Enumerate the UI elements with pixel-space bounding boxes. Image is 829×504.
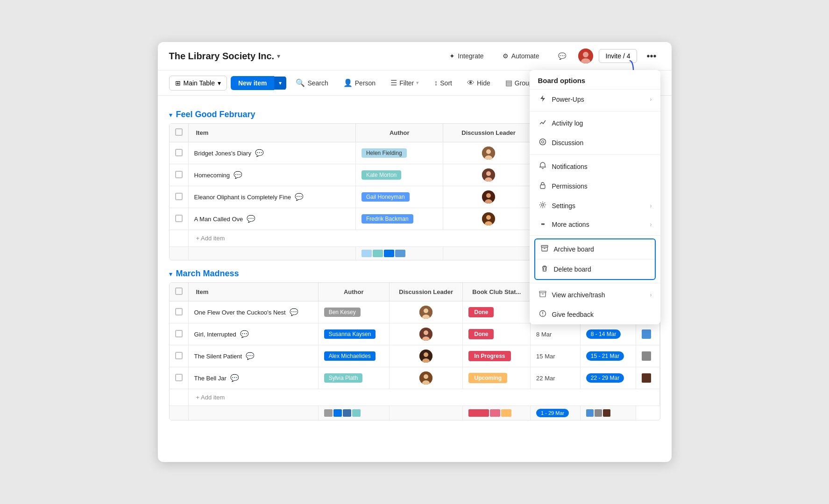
menu-item-power-ups[interactable]: Power-Ups › — [530, 90, 660, 109]
filter-button[interactable]: ☰ Filter ▾ — [385, 75, 425, 91]
mini-image — [595, 409, 602, 417]
menu-item-view-archive[interactable]: View archive/trash › — [530, 285, 660, 305]
author-badge: Sylvia Plath — [324, 373, 363, 383]
group2-chevron-icon[interactable]: ▾ — [169, 270, 172, 278]
menu-item-label: Power-Ups — [552, 96, 584, 103]
table-row: The Bell Jar 💬 Sylvia Plath Upcoming 22 … — [170, 367, 660, 389]
color-bar — [361, 250, 372, 257]
group-by-icon: ▤ — [505, 78, 512, 87]
author-badge: Kate Morton — [361, 170, 401, 180]
mini-image — [603, 409, 610, 417]
menu-item-archive-board[interactable]: Archive board — [535, 239, 655, 259]
filter-icon: ☰ — [390, 78, 397, 87]
chat-button[interactable]: 💬 — [552, 49, 573, 63]
date-range-badge: 8 - 14 Mar — [586, 329, 621, 339]
color-bar — [395, 250, 405, 257]
col-item: Item — [188, 283, 318, 301]
comment-icon[interactable]: 💬 — [247, 215, 255, 223]
row-checkbox[interactable] — [175, 215, 183, 222]
mini-image — [642, 351, 651, 361]
discussion-icon — [538, 138, 547, 147]
menu-highlighted-section: Archive board Delete board — [534, 238, 656, 280]
main-table-button[interactable]: ⊞ Main Table ▾ — [169, 76, 227, 91]
permissions-icon — [538, 182, 547, 191]
item-name: The Bell Jar — [194, 375, 227, 382]
menu-item-notifications[interactable]: Notifications — [530, 157, 660, 176]
title-chevron-icon[interactable]: ▾ — [277, 52, 280, 60]
add-item-row[interactable]: + Add item — [170, 389, 660, 406]
comment-icon[interactable]: 💬 — [230, 374, 239, 382]
row-checkbox[interactable] — [175, 149, 183, 156]
group1-chevron-icon[interactable]: ▾ — [169, 111, 172, 119]
status-badge: Upcoming — [468, 373, 507, 383]
row-checkbox[interactable] — [175, 374, 183, 381]
hide-button[interactable]: 👁 Hide — [461, 76, 496, 91]
power-ups-icon — [538, 95, 547, 104]
status-summary-bars-2 — [468, 409, 524, 417]
item-name: Bridget Jones's Diary — [194, 150, 251, 157]
row-checkbox[interactable] — [175, 193, 183, 200]
discussion-avatar — [419, 306, 432, 319]
discussion-avatar — [419, 350, 432, 363]
author-summary-bars-2 — [324, 409, 383, 417]
arrow-icon: › — [650, 221, 652, 228]
new-item-dropdown-button[interactable]: ▾ — [274, 77, 286, 90]
new-item-main-button[interactable]: New item — [231, 76, 274, 90]
person-button[interactable]: 👤 Person — [338, 75, 381, 91]
more-options-button[interactable]: ••• — [643, 49, 660, 63]
comment-icon[interactable]: 💬 — [255, 149, 264, 157]
menu-item-permissions[interactable]: Permissions — [530, 176, 660, 196]
row-checkbox[interactable] — [175, 308, 183, 315]
comment-icon[interactable]: 💬 — [295, 193, 304, 201]
menu-item-more-actions[interactable]: ••• More actions › — [530, 216, 660, 233]
table-row: Girl, Interrupted 💬 Susanna Kaysen Done … — [170, 323, 660, 345]
row-checkbox[interactable] — [175, 330, 183, 337]
svg-rect-32 — [539, 291, 546, 293]
color-bar — [333, 409, 342, 417]
summary-row-2: 1 - 29 Mar — [170, 406, 660, 420]
svg-point-10 — [486, 193, 491, 198]
menu-item-settings[interactable]: Settings › — [530, 196, 660, 216]
comment-icon[interactable]: 💬 — [234, 171, 242, 179]
color-bar — [373, 250, 383, 257]
sort-button[interactable]: ↕ Sort — [428, 76, 458, 91]
search-button[interactable]: 🔍 Search — [290, 75, 333, 91]
menu-item-discussion[interactable]: Discussion — [530, 133, 660, 153]
table-row: The Silent Patient 💬 Alex Michaelides In… — [170, 345, 660, 367]
menu-item-label: Permissions — [552, 182, 588, 190]
color-bar — [490, 409, 500, 417]
comment-icon[interactable]: 💬 — [290, 308, 298, 316]
color-bar — [352, 409, 361, 417]
delete-icon — [540, 265, 549, 274]
menu-item-delete-board[interactable]: Delete board — [535, 259, 655, 279]
filter-chevron-icon: ▾ — [416, 80, 419, 86]
arrow-icon: › — [650, 292, 652, 298]
col-author-1: Author — [355, 124, 443, 142]
item-name: One Flew Over the Cuckoo's Nest — [194, 309, 286, 316]
arrow-icon: › — [650, 203, 652, 209]
arrow-icon: › — [650, 96, 652, 103]
row-checkbox[interactable] — [175, 171, 183, 178]
hide-icon: 👁 — [467, 79, 475, 87]
menu-item-activity-log[interactable]: Activity log — [530, 113, 660, 133]
author-badge: Fredrik Backman — [361, 214, 413, 224]
main-table-chevron-icon: ▾ — [218, 79, 221, 87]
svg-point-4 — [486, 149, 491, 154]
thumbnail-summary — [586, 409, 630, 417]
color-bar — [324, 409, 333, 417]
color-bar — [468, 409, 489, 417]
add-item-label[interactable]: + Add item — [188, 389, 659, 406]
more-actions-icon: ••• — [538, 221, 547, 228]
comment-icon[interactable]: 💬 — [246, 352, 255, 360]
invite-button[interactable]: Invite / 4 — [599, 49, 638, 63]
mini-image — [642, 373, 651, 383]
new-item-button[interactable]: New item ▾ — [231, 76, 286, 90]
row-checkbox[interactable] — [175, 352, 183, 359]
integrate-button[interactable]: ✦ Integrate — [443, 49, 490, 63]
menu-item-give-feedback[interactable]: Give feedback — [530, 305, 660, 324]
group1-title: Feel Good February — [176, 110, 255, 119]
automate-button[interactable]: ⚙ Automate — [496, 49, 546, 63]
table-icon: ⊞ — [175, 79, 181, 87]
comment-icon[interactable]: 💬 — [240, 330, 249, 338]
avatar — [578, 49, 593, 63]
